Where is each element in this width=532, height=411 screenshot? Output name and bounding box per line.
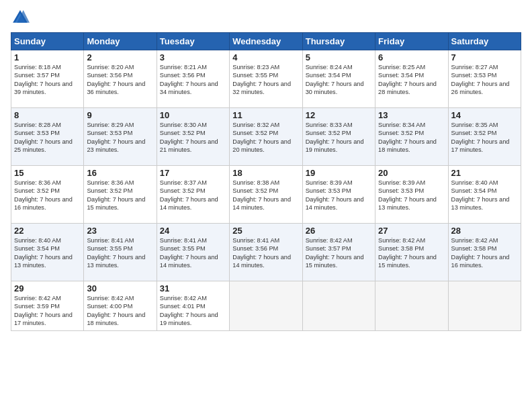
day-cell: 18 Sunrise: 8:38 AM Sunset: 3:52 PM Dayl… [230, 166, 302, 224]
day-cell: 23 Sunrise: 8:41 AM Sunset: 3:55 PM Dayl… [84, 224, 157, 281]
day-number: 3 [160, 52, 226, 62]
day-info: Sunrise: 8:38 AM Sunset: 3:52 PM Dayligh… [232, 179, 299, 212]
day-number: 16 [87, 168, 153, 178]
day-number: 10 [160, 110, 226, 120]
day-number: 9 [87, 110, 153, 120]
week-row-4: 22 Sunrise: 8:40 AM Sunset: 3:54 PM Dayl… [11, 224, 521, 281]
day-info: Sunrise: 8:32 AM Sunset: 3:52 PM Dayligh… [232, 121, 299, 154]
day-number: 31 [160, 283, 226, 293]
day-cell: 14 Sunrise: 8:35 AM Sunset: 3:52 PM Dayl… [448, 108, 521, 166]
col-header-friday: Friday [375, 33, 448, 50]
day-number: 26 [306, 226, 372, 236]
day-cell: 7 Sunrise: 8:27 AM Sunset: 3:53 PM Dayli… [448, 50, 521, 108]
day-cell [448, 281, 521, 331]
day-cell: 1 Sunrise: 8:18 AM Sunset: 3:57 PM Dayli… [11, 50, 84, 108]
day-number: 7 [451, 52, 518, 62]
day-info: Sunrise: 8:42 AM Sunset: 3:58 PM Dayligh… [451, 236, 518, 270]
col-header-tuesday: Tuesday [157, 33, 229, 50]
day-info: Sunrise: 8:21 AM Sunset: 3:56 PM Dayligh… [160, 63, 226, 97]
day-info: Sunrise: 8:39 AM Sunset: 3:53 PM Dayligh… [378, 179, 445, 212]
day-number: 12 [306, 110, 372, 120]
day-number: 5 [306, 52, 372, 62]
day-info: Sunrise: 8:42 AM Sunset: 4:01 PM Dayligh… [160, 294, 226, 328]
day-info: Sunrise: 8:37 AM Sunset: 3:52 PM Dayligh… [160, 179, 226, 212]
day-cell: 29 Sunrise: 8:42 AM Sunset: 3:59 PM Dayl… [11, 281, 84, 331]
day-cell: 9 Sunrise: 8:29 AM Sunset: 3:53 PM Dayli… [84, 108, 157, 166]
day-number: 19 [306, 168, 372, 178]
day-info: Sunrise: 8:36 AM Sunset: 3:52 PM Dayligh… [87, 179, 153, 212]
col-header-thursday: Thursday [302, 33, 375, 50]
day-cell: 25 Sunrise: 8:41 AM Sunset: 3:56 PM Dayl… [230, 224, 302, 281]
day-number: 25 [232, 226, 299, 236]
day-number: 13 [378, 110, 445, 120]
day-cell: 13 Sunrise: 8:34 AM Sunset: 3:52 PM Dayl… [375, 108, 448, 166]
day-cell: 17 Sunrise: 8:37 AM Sunset: 3:52 PM Dayl… [157, 166, 229, 224]
day-cell: 26 Sunrise: 8:42 AM Sunset: 3:57 PM Dayl… [302, 224, 375, 281]
day-info: Sunrise: 8:33 AM Sunset: 3:52 PM Dayligh… [306, 121, 372, 154]
day-info: Sunrise: 8:39 AM Sunset: 3:53 PM Dayligh… [306, 179, 372, 212]
day-number: 27 [378, 226, 445, 236]
day-info: Sunrise: 8:28 AM Sunset: 3:53 PM Dayligh… [14, 121, 81, 154]
day-info: Sunrise: 8:24 AM Sunset: 3:54 PM Dayligh… [306, 63, 372, 97]
day-number: 29 [14, 283, 81, 293]
day-number: 17 [160, 168, 226, 178]
day-cell: 19 Sunrise: 8:39 AM Sunset: 3:53 PM Dayl… [302, 166, 375, 224]
col-header-sunday: Sunday [11, 33, 84, 50]
day-cell [230, 281, 302, 331]
col-header-monday: Monday [84, 33, 157, 50]
week-row-3: 15 Sunrise: 8:36 AM Sunset: 3:52 PM Dayl… [11, 166, 521, 224]
day-info: Sunrise: 8:41 AM Sunset: 3:55 PM Dayligh… [160, 236, 226, 270]
day-info: Sunrise: 8:42 AM Sunset: 3:59 PM Dayligh… [14, 294, 81, 328]
day-number: 24 [160, 226, 226, 236]
day-cell: 10 Sunrise: 8:30 AM Sunset: 3:52 PM Dayl… [157, 108, 229, 166]
day-number: 4 [232, 52, 299, 62]
day-cell: 11 Sunrise: 8:32 AM Sunset: 3:52 PM Dayl… [230, 108, 302, 166]
day-number: 15 [14, 168, 81, 178]
logo-icon [11, 8, 30, 27]
day-cell: 5 Sunrise: 8:24 AM Sunset: 3:54 PM Dayli… [302, 50, 375, 108]
day-info: Sunrise: 8:25 AM Sunset: 3:54 PM Dayligh… [378, 63, 445, 97]
day-cell: 12 Sunrise: 8:33 AM Sunset: 3:52 PM Dayl… [302, 108, 375, 166]
day-number: 28 [451, 226, 518, 236]
day-info: Sunrise: 8:30 AM Sunset: 3:52 PM Dayligh… [160, 121, 226, 154]
day-cell: 15 Sunrise: 8:36 AM Sunset: 3:52 PM Dayl… [11, 166, 84, 224]
day-info: Sunrise: 8:35 AM Sunset: 3:52 PM Dayligh… [451, 121, 518, 154]
header-row: SundayMondayTuesdayWednesdayThursdayFrid… [11, 33, 521, 50]
logo [11, 8, 31, 27]
day-cell: 30 Sunrise: 8:42 AM Sunset: 4:00 PM Dayl… [84, 281, 157, 331]
day-cell: 2 Sunrise: 8:20 AM Sunset: 3:56 PM Dayli… [84, 50, 157, 108]
day-number: 30 [87, 283, 153, 293]
day-cell: 20 Sunrise: 8:39 AM Sunset: 3:53 PM Dayl… [375, 166, 448, 224]
day-info: Sunrise: 8:36 AM Sunset: 3:52 PM Dayligh… [14, 179, 81, 212]
day-info: Sunrise: 8:41 AM Sunset: 3:56 PM Dayligh… [232, 236, 299, 270]
day-info: Sunrise: 8:23 AM Sunset: 3:55 PM Dayligh… [232, 63, 299, 97]
day-cell: 21 Sunrise: 8:40 AM Sunset: 3:54 PM Dayl… [448, 166, 521, 224]
day-cell: 8 Sunrise: 8:28 AM Sunset: 3:53 PM Dayli… [11, 108, 84, 166]
day-cell: 31 Sunrise: 8:42 AM Sunset: 4:01 PM Dayl… [157, 281, 229, 331]
day-info: Sunrise: 8:42 AM Sunset: 3:57 PM Dayligh… [306, 236, 372, 270]
day-number: 2 [87, 52, 153, 62]
header [11, 8, 521, 27]
day-info: Sunrise: 8:40 AM Sunset: 3:54 PM Dayligh… [451, 179, 518, 212]
day-number: 14 [451, 110, 518, 120]
day-number: 1 [14, 52, 81, 62]
day-info: Sunrise: 8:41 AM Sunset: 3:55 PM Dayligh… [87, 236, 153, 270]
day-cell: 27 Sunrise: 8:42 AM Sunset: 3:58 PM Dayl… [375, 224, 448, 281]
day-cell: 16 Sunrise: 8:36 AM Sunset: 3:52 PM Dayl… [84, 166, 157, 224]
day-info: Sunrise: 8:18 AM Sunset: 3:57 PM Dayligh… [14, 63, 81, 97]
day-cell [375, 281, 448, 331]
page: SundayMondayTuesdayWednesdayThursdayFrid… [0, 0, 532, 411]
day-number: 23 [87, 226, 153, 236]
week-row-5: 29 Sunrise: 8:42 AM Sunset: 3:59 PM Dayl… [11, 281, 521, 331]
col-header-saturday: Saturday [448, 33, 521, 50]
day-cell [302, 281, 375, 331]
week-row-1: 1 Sunrise: 8:18 AM Sunset: 3:57 PM Dayli… [11, 50, 521, 108]
week-row-2: 8 Sunrise: 8:28 AM Sunset: 3:53 PM Dayli… [11, 108, 521, 166]
day-cell: 24 Sunrise: 8:41 AM Sunset: 3:55 PM Dayl… [157, 224, 229, 281]
day-number: 22 [14, 226, 81, 236]
day-cell: 4 Sunrise: 8:23 AM Sunset: 3:55 PM Dayli… [230, 50, 302, 108]
day-info: Sunrise: 8:42 AM Sunset: 4:00 PM Dayligh… [87, 294, 153, 328]
day-cell: 22 Sunrise: 8:40 AM Sunset: 3:54 PM Dayl… [11, 224, 84, 281]
day-info: Sunrise: 8:20 AM Sunset: 3:56 PM Dayligh… [87, 63, 153, 97]
day-cell: 3 Sunrise: 8:21 AM Sunset: 3:56 PM Dayli… [157, 50, 229, 108]
